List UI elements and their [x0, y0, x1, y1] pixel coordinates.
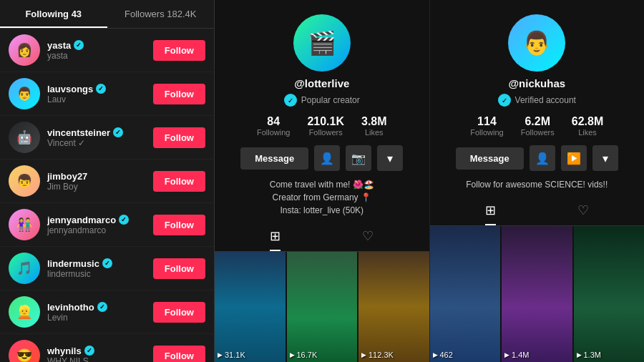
play-icon: ▶: [218, 351, 223, 358]
avatar: 👨: [9, 78, 40, 109]
avatar: 👩: [9, 34, 40, 66]
verified-badge: ✓: [96, 84, 106, 94]
tab-following[interactable]: Following 43: [0, 0, 107, 28]
stat-value-following: 114: [477, 115, 497, 128]
left-panel: Following 43 Followers 182.4K 👩 yasta ✓ …: [0, 0, 215, 362]
stat-value-likes: 62.8M: [572, 115, 603, 128]
stat-following: 84 Following: [257, 115, 290, 137]
list-item: 👫 jennyandmarco ✓ jennyandmarco Follow: [0, 203, 214, 247]
message-button[interactable]: Message: [456, 147, 524, 170]
verified-badge: ✓: [102, 258, 112, 268]
follow-button[interactable]: Follow: [153, 84, 205, 104]
social-link-button[interactable]: 📷: [346, 145, 371, 171]
grid-tab-liked[interactable]: ♡: [362, 222, 374, 251]
display-name: Levin: [47, 313, 146, 323]
video-thumb[interactable]: ▶ 16.7K: [287, 252, 358, 362]
stat-likes: 62.8M Likes: [572, 115, 603, 137]
avatar: 😎: [9, 340, 40, 362]
username: whynils ✓: [47, 346, 146, 356]
video-thumb[interactable]: ▶ 1.4M: [502, 226, 572, 362]
video-thumb[interactable]: ▶ 112.3K: [358, 252, 429, 362]
user-info: lauvsongs ✓ Lauv: [47, 84, 146, 104]
profile-badge: ✓ Popular creator: [284, 94, 360, 107]
view-count: 1.4M: [512, 351, 529, 359]
play-icon: ▶: [433, 351, 438, 358]
profile-stats: 114 Following 6.2M Followers 62.8M Likes: [470, 115, 603, 137]
stat-label-likes: Likes: [365, 128, 384, 137]
avatar: 👦: [9, 165, 40, 197]
avatar: 👱: [9, 296, 40, 328]
video-count: ▶ 31.1K: [218, 351, 245, 359]
video-count: ▶ 16.7K: [290, 351, 318, 359]
grid-tab-liked[interactable]: ♡: [577, 197, 589, 225]
display-name: jennyandmarco: [47, 225, 146, 235]
username: jennyandmarco ✓: [47, 215, 146, 225]
profile-avatar: 👨: [508, 14, 565, 72]
grid-tab-videos[interactable]: ⊞: [270, 222, 280, 251]
social-link-button[interactable]: ▶️: [561, 145, 587, 171]
username: lauvsongs ✓: [47, 84, 146, 94]
badge-text: Verified account: [515, 95, 576, 105]
stat-label-followers: Followers: [309, 128, 343, 137]
follow-button[interactable]: Follow: [153, 171, 205, 192]
video-grid: ▶ 31.1K ▶ 16.7K ▶ 112.3K: [215, 252, 429, 362]
video-grid: ▶ 462 ▶ 1.4M ▶ 1.3M: [430, 226, 645, 362]
follow-button[interactable]: Follow: [153, 258, 205, 279]
video-thumb-inner: ▶ 16.7K: [287, 252, 358, 362]
list-item: 👨 lauvsongs ✓ Lauv Follow: [0, 72, 214, 116]
user-info: jennyandmarco ✓ jennyandmarco: [47, 215, 146, 235]
follow-button[interactable]: Follow: [153, 40, 205, 61]
grid-tab-videos[interactable]: ⊞: [485, 197, 496, 225]
video-count: ▶ 1.3M: [577, 351, 601, 359]
display-name: Jim Boy: [47, 182, 146, 192]
play-icon: ▶: [361, 351, 366, 358]
stat-value-following: 84: [267, 115, 280, 128]
stat-following: 114 Following: [470, 115, 503, 137]
verified-badge: ✓: [84, 346, 94, 356]
profile-panel-nickuhas: 👨 @nickuhas ✓ Verified account 114 Follo…: [430, 0, 645, 362]
play-icon: ▶: [290, 351, 295, 358]
verified-badge: ✓: [74, 40, 84, 50]
play-icon: ▶: [577, 351, 582, 358]
add-friend-button[interactable]: 👤: [314, 145, 340, 171]
stat-value-likes: 3.8M: [361, 115, 387, 128]
username: levinhotho ✓: [47, 302, 146, 313]
follow-button[interactable]: Follow: [153, 346, 205, 363]
stat-label-following: Following: [470, 128, 503, 137]
stat-followers: 210.1K Followers: [307, 115, 344, 137]
video-thumb[interactable]: ▶ 31.1K: [215, 252, 286, 362]
profile-handle: @nickuhas: [508, 77, 565, 89]
add-friend-button[interactable]: 👤: [530, 145, 555, 171]
follow-button[interactable]: Follow: [153, 127, 205, 148]
stat-value-followers: 210.1K: [307, 115, 344, 128]
tabs: Following 43 Followers 182.4K: [0, 0, 214, 29]
video-count: ▶ 112.3K: [361, 351, 394, 359]
profile-avatar: 🎬: [293, 14, 351, 72]
follow-button[interactable]: Follow: [153, 302, 205, 323]
list-item: 😎 whynils ✓ WHY NILS Follow: [0, 334, 214, 362]
list-item: 👦 jimboy27 Jim Boy Follow: [0, 160, 214, 203]
more-options-button[interactable]: ▾: [377, 145, 403, 171]
tab-followers[interactable]: Followers 182.4K: [107, 0, 215, 28]
video-thumb-inner: ▶ 112.3K: [358, 252, 429, 362]
video-thumb[interactable]: ▶ 1.3M: [574, 226, 645, 362]
view-count: 31.1K: [225, 351, 245, 359]
avatar: 🎵: [9, 253, 40, 284]
user-info: lindermusic ✓ lindermusic: [47, 258, 146, 279]
view-count: 16.7K: [297, 351, 318, 359]
video-count: ▶ 462: [433, 351, 453, 359]
profile-header: 👨 @nickuhas ✓ Verified account 114 Follo…: [430, 0, 645, 197]
view-count: 1.3M: [584, 351, 601, 359]
username: jimboy27: [47, 171, 146, 182]
list-item: 👱 levinhotho ✓ Levin Follow: [0, 290, 214, 334]
profile-bio: Come travel with me! 🌺🏖️Creator from Ger…: [261, 178, 383, 217]
message-button[interactable]: Message: [240, 147, 308, 170]
video-thumb[interactable]: ▶ 462: [430, 226, 501, 362]
follow-button[interactable]: Follow: [153, 215, 205, 235]
display-name: lindermusic: [47, 269, 146, 279]
user-list: 👩 yasta ✓ yasta Follow 👨 lauvsongs ✓ Lau…: [0, 29, 214, 362]
user-info: levinhotho ✓ Levin: [47, 302, 146, 323]
profile-actions: Message 👤 ▶️ ▾: [456, 145, 618, 171]
more-options-button[interactable]: ▾: [592, 145, 618, 171]
display-name: Vincent ✓: [47, 138, 146, 148]
